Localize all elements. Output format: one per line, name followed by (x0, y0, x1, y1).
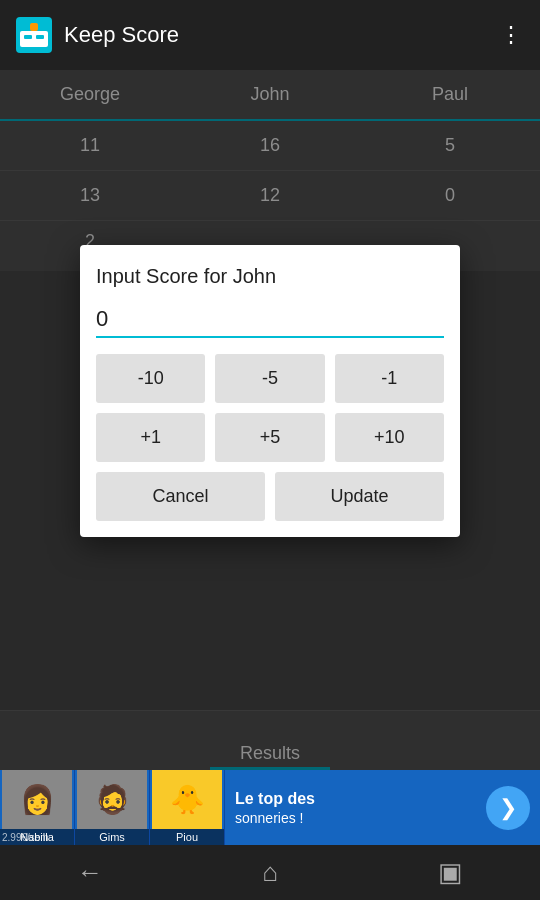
app-bar: Keep Score ⋮ (0, 0, 540, 70)
ad-banner[interactable]: 👩 Nabilla 🧔 Gims 🐥 Piou Le top des sonne… (0, 770, 540, 845)
recents-button[interactable]: ▣ (420, 853, 480, 893)
cancel-button[interactable]: Cancel (96, 472, 265, 521)
input-score-dialog: Input Score for John -10 -5 -1 +1 +5 +10… (80, 245, 460, 537)
back-button[interactable]: ← (60, 853, 120, 893)
ad-thumb-piou: 🐥 Piou (150, 770, 225, 845)
ad-text: Le top des sonneries ! (225, 789, 486, 826)
decrement-buttons-row: -10 -5 -1 (96, 354, 444, 403)
ad-main-text: Le top des (235, 789, 476, 810)
piou-label: Piou (150, 829, 224, 845)
score-input[interactable] (96, 302, 444, 338)
dialog-title: Input Score for John (96, 265, 444, 288)
minus-5-button[interactable]: -5 (215, 354, 324, 403)
svg-rect-2 (24, 35, 32, 39)
minus-10-button[interactable]: -10 (96, 354, 205, 403)
app-title: Keep Score (64, 22, 179, 48)
plus-5-button[interactable]: +5 (215, 413, 324, 462)
increment-buttons-row: +1 +5 +10 (96, 413, 444, 462)
plus-1-button[interactable]: +1 (96, 413, 205, 462)
home-button[interactable]: ⌂ (240, 853, 300, 893)
ad-sub-text: sonneries ! (235, 810, 476, 826)
piou-face-icon: 🐥 (152, 770, 222, 829)
svg-rect-3 (36, 35, 44, 39)
update-button[interactable]: Update (275, 472, 444, 521)
svg-rect-1 (20, 31, 48, 47)
ad-arrow-button[interactable]: ❯ (486, 786, 530, 830)
gims-label: Gims (75, 829, 149, 845)
overflow-menu-icon[interactable]: ⋮ (500, 22, 524, 48)
gims-face-icon: 🧔 (77, 770, 147, 829)
app-logo-icon (16, 17, 52, 53)
app-bar-left: Keep Score (16, 17, 179, 53)
dialog-actions: Cancel Update (96, 472, 444, 521)
nabilla-face-icon: 👩 (2, 770, 72, 829)
svg-rect-4 (30, 23, 38, 31)
ad-arrow-icon: ❯ (499, 795, 517, 821)
bottom-nav: ← ⌂ ▣ (0, 845, 540, 900)
minus-1-button[interactable]: -1 (335, 354, 444, 403)
plus-10-button[interactable]: +10 (335, 413, 444, 462)
ad-price-text: 2.99€/sem (2, 832, 49, 843)
ad-thumb-gims: 🧔 Gims (75, 770, 150, 845)
